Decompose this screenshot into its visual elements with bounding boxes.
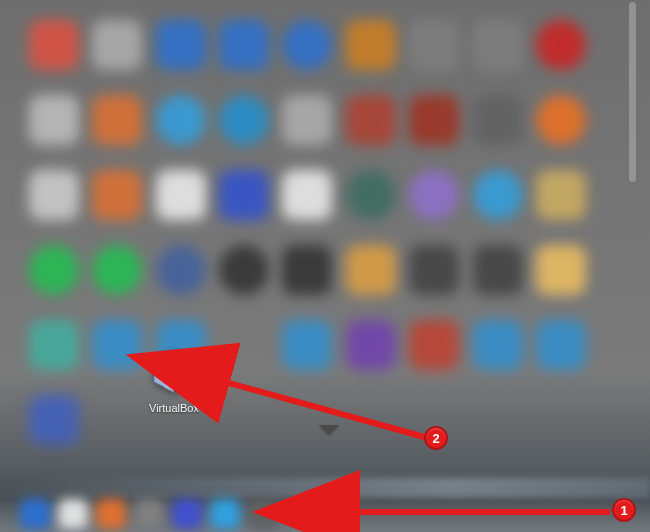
blurred-app-icon [29,395,79,445]
blurred-app-icon [536,95,586,145]
blurred-app-cell[interactable] [279,10,336,79]
blurred-app-icon [536,170,586,220]
app-label: VirtualBox [149,402,199,414]
blurred-app-icon [219,20,269,70]
blurred-app-icon [29,95,79,145]
blurred-app-icon [282,20,332,70]
blurred-app-icon [346,170,396,220]
blurred-app-cell[interactable] [25,10,82,79]
blurred-app-cell[interactable] [25,311,82,380]
blurred-app-icon [29,20,79,70]
blurred-app-icon [29,320,79,370]
blurred-app-cell[interactable] [342,235,399,304]
blurred-app-cell[interactable] [342,386,399,455]
blurred-app-cell[interactable] [533,85,590,154]
virtualbox-app[interactable]: vbox VirtualBox [148,346,200,414]
blurred-app-icon [536,245,586,295]
blurred-app-cell[interactable] [406,10,463,79]
blurred-app-icon [29,245,79,295]
blurred-app-cell[interactable] [469,160,526,229]
blurred-app-cell[interactable] [342,85,399,154]
blurred-app-cell[interactable] [152,235,209,304]
blurred-app-cell[interactable] [215,311,272,380]
blurred-app-cell[interactable] [215,160,272,229]
blurred-app-cell[interactable] [469,235,526,304]
blurred-app-cell[interactable] [25,386,82,455]
blurred-app-cell[interactable] [88,386,145,455]
blurred-app-cell[interactable] [152,160,209,229]
blurred-app-icon [409,20,459,70]
blurred-app-cell[interactable] [279,311,336,380]
blurred-app-cell[interactable] [469,10,526,79]
blurred-app-cell[interactable] [25,85,82,154]
blurred-app-cell[interactable] [406,235,463,304]
blurred-app-cell[interactable] [279,85,336,154]
annotation-badge-1: 1 [612,498,636,522]
annotation-badge-2: 2 [424,426,448,450]
scrollbar[interactable] [629,2,636,182]
blurred-app-cell[interactable] [25,160,82,229]
blurred-app-icon [473,20,523,70]
blurred-app-cell[interactable] [152,85,209,154]
blurred-app-cell[interactable] [533,10,590,79]
blurred-app-cell[interactable] [88,160,145,229]
blurred-app-icon [282,245,332,295]
blurred-app-icon [409,245,459,295]
blurred-app-icon [346,20,396,70]
blurred-app-cell[interactable] [279,386,336,455]
blurred-app-icon [92,95,142,145]
blurred-app-icon [473,320,523,370]
blurred-app-cell[interactable] [533,386,590,455]
blurred-app-cell[interactable] [88,311,145,380]
blurred-app-icon [346,95,396,145]
blurred-app-cell[interactable] [533,160,590,229]
blurred-app-cell[interactable] [406,85,463,154]
blurred-app-cell[interactable] [88,10,145,79]
blurred-app-cell[interactable] [152,10,209,79]
blurred-app-icon [92,20,142,70]
blurred-app-cell[interactable] [88,85,145,154]
blurred-app-icon [282,320,332,370]
blurred-app-cell[interactable] [88,235,145,304]
blurred-app-cell[interactable] [342,10,399,79]
blurred-app-cell[interactable] [279,235,336,304]
blurred-app-cell[interactable] [25,235,82,304]
blurred-app-icon [409,320,459,370]
blurred-app-cell[interactable] [215,10,272,79]
stack-expand-button[interactable] [300,498,330,524]
blurred-app-icon [92,170,142,220]
app-grid [0,0,615,465]
blurred-app-icon [409,95,459,145]
blurred-app-icon [156,95,206,145]
blurred-app-cell[interactable] [469,85,526,154]
blurred-app-icon [473,245,523,295]
blurred-app-cell[interactable] [469,311,526,380]
blurred-app-cell[interactable] [215,235,272,304]
svg-marker-5 [310,508,320,514]
blurred-app-icon [473,95,523,145]
blurred-app-icon [156,170,206,220]
blurred-app-icon [409,170,459,220]
blurred-app-icon [219,95,269,145]
blurred-app-icon [536,20,586,70]
blurred-app-icon [92,245,142,295]
blurred-app-icon [219,170,269,220]
blurred-app-icon [282,95,332,145]
chevron-down-icon [308,506,322,516]
dock [0,484,650,532]
blurred-app-cell[interactable] [215,85,272,154]
virtualbox-icon: vbox [148,346,200,398]
blurred-app-cell[interactable] [469,386,526,455]
blurred-app-cell[interactable] [215,386,272,455]
blurred-app-cell[interactable] [342,311,399,380]
blurred-app-cell[interactable] [406,311,463,380]
blurred-app-cell[interactable] [533,235,590,304]
blurred-app-icon [282,170,332,220]
blurred-app-icon [29,170,79,220]
blurred-app-cell[interactable] [406,160,463,229]
applications-stack-grid: vbox VirtualBox [0,0,640,475]
blurred-app-cell[interactable] [533,311,590,380]
blurred-app-icon [536,320,586,370]
blurred-app-cell[interactable] [279,160,336,229]
blurred-app-cell[interactable] [342,160,399,229]
